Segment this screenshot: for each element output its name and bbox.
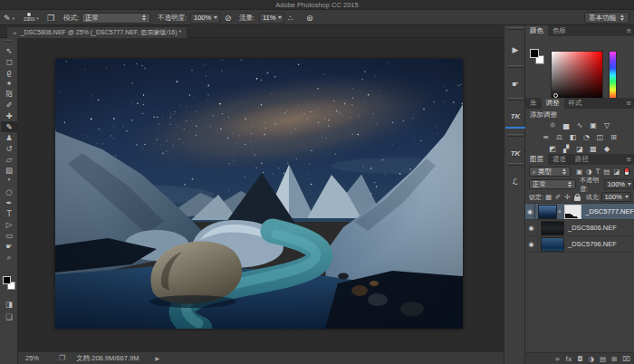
screen-mode-button[interactable]: ❏ — [1, 311, 17, 322]
opacity-input[interactable]: 100% — [190, 13, 220, 24]
adjustment-gradient-map-icon[interactable]: ▩ — [587, 143, 600, 154]
tk-panel-icon[interactable]: TK — [505, 141, 525, 165]
tool-quick-selection[interactable]: ✦ — [1, 78, 17, 89]
layer-name[interactable]: _DSC5796.NEF — [568, 240, 617, 248]
filter-smart-objects-icon[interactable]: ◪ — [613, 168, 620, 176]
tool-rectangular-marquee[interactable]: ◻ — [1, 56, 17, 67]
tool-eyedropper[interactable]: ✐ — [1, 100, 17, 110]
document-tab[interactable]: × _DSC5806.NEF @ 25% (_DSC5777.NEF, 图层蒙版… — [6, 26, 187, 38]
tool-hand[interactable]: ☛ — [1, 241, 17, 252]
layer-name[interactable]: _DSC5777.NEF — [585, 207, 634, 216]
delete-layer-icon[interactable]: ⌧ — [622, 355, 630, 363]
close-tab-icon[interactable]: × — [13, 29, 17, 37]
tool-clone-stamp[interactable]: ♟ — [1, 132, 17, 143]
toolbar-grip[interactable] — [5, 40, 13, 42]
layer-name[interactable]: _DSC5806.NEF — [568, 224, 617, 232]
adjustment-threshold-icon[interactable]: ◪ — [573, 143, 587, 154]
color-foreground-swatch[interactable] — [530, 49, 539, 58]
layer-filter-kind-select[interactable]: ⌕ 类型 — [529, 167, 571, 177]
dock-grip[interactable] — [507, 163, 524, 166]
adjustment-levels-icon[interactable]: ▅ — [560, 120, 573, 130]
tool-history-brush[interactable]: ↺ — [1, 143, 17, 154]
layer-row-dsc5796nef[interactable]: ◉_DSC5796.NEF — [525, 236, 634, 253]
adjustment-black-white-icon[interactable]: ◧ — [566, 131, 580, 142]
toggle-brush-panel-icon[interactable]: ❒ — [47, 14, 54, 23]
adjustment-photo-filter-icon[interactable]: ◔ — [580, 131, 593, 142]
adjustment-brightness-contrast-icon[interactable]: ☼ — [546, 120, 560, 130]
tool-spot-healing-brush[interactable]: ✚ — [1, 110, 17, 121]
filter-group-layers-icon[interactable]: ▤ — [603, 168, 610, 176]
adjustment-color-balance-icon[interactable]: ⚖ — [552, 131, 566, 142]
new-adjustment-layer-icon[interactable]: ◑ — [588, 355, 594, 363]
zoom-level-input[interactable]: 25% — [25, 354, 39, 362]
hue-slider[interactable] — [609, 51, 617, 101]
canvas-area[interactable] — [18, 38, 504, 351]
adjustment-selective-color-icon[interactable]: ◆ — [600, 143, 614, 154]
pressure-opacity-icon[interactable]: ⊘ — [225, 14, 232, 23]
tool-eraser[interactable]: ▱ — [1, 154, 17, 165]
panel-menu-icon[interactable]: ≡ — [626, 156, 631, 163]
pressure-size-icon[interactable]: ⊚ — [306, 14, 313, 23]
tab-adjustments[interactable]: 调整 — [542, 98, 564, 109]
layer-opacity-input[interactable]: 100% — [604, 179, 634, 189]
layer-thumbnail[interactable] — [541, 237, 564, 252]
tool-blur[interactable]: ❜ — [1, 176, 17, 187]
airbrush-icon[interactable]: ∴ — [288, 14, 293, 23]
status-menu-arrow-icon[interactable]: ▶ — [155, 355, 159, 361]
add-layer-mask-icon[interactable]: ◘ — [577, 355, 582, 363]
lock-pixels-icon[interactable]: ✐ — [555, 193, 561, 201]
layer-row-dsc5777nef[interactable]: ◉∞_DSC5777.NEF — [525, 204, 634, 220]
tool-rectangle-shape[interactable]: ▭ — [1, 230, 17, 241]
tool-move[interactable]: ⇖ — [1, 45, 17, 56]
dock-grip[interactable] — [507, 98, 524, 101]
quick-mask-button[interactable]: ◨ — [1, 299, 17, 310]
status-export-icon[interactable]: ❐ — [59, 354, 65, 362]
tool-type[interactable]: T — [1, 208, 17, 219]
adjustment-invert-icon[interactable]: ◩ — [546, 143, 560, 154]
layer-visibility-toggle[interactable]: ◉ — [525, 236, 538, 253]
tab-libraries[interactable]: 库 — [525, 98, 542, 109]
lock-all-icon[interactable] — [574, 196, 581, 201]
layer-row-dsc5806nef[interactable]: ◉_DSC5806.NEF — [525, 220, 634, 236]
panel-menu-icon[interactable]: ≡ — [626, 100, 631, 107]
dock-grip[interactable] — [507, 65, 524, 68]
adjustment-channel-mixer-icon[interactable]: ◫ — [593, 131, 607, 142]
layer-mask-thumbnail[interactable] — [564, 205, 581, 219]
tool-gradient[interactable]: ▧ — [1, 165, 17, 176]
color-picker-field[interactable] — [551, 51, 603, 101]
brush-tool-icon[interactable]: ✎ — [4, 14, 11, 23]
lock-position-icon[interactable]: ✢ — [564, 193, 570, 201]
tab-layers[interactable]: 图层 — [525, 154, 548, 165]
tool-crop[interactable]: ₪ — [1, 89, 17, 100]
tool-lasso[interactable]: ϱ — [1, 67, 17, 78]
tab-channels[interactable]: 通道 — [548, 154, 571, 165]
actions-panel-icon[interactable]: ▶ — [505, 38, 525, 62]
tab-styles[interactable]: 样式 — [564, 98, 587, 109]
link-layers-icon[interactable]: ∞ — [554, 355, 560, 363]
adjustment-posterize-icon[interactable]: ▞ — [560, 143, 573, 154]
dock-grip[interactable] — [507, 27, 524, 30]
new-group-icon[interactable]: ▤ — [600, 355, 606, 363]
layer-visibility-toggle[interactable]: ◉ — [525, 204, 535, 220]
layer-style-icon[interactable]: fx — [565, 355, 572, 363]
photo-dsc5806[interactable] — [55, 59, 463, 329]
new-layer-icon[interactable]: ⊞ — [611, 355, 617, 363]
layer-filter-toggle[interactable] — [624, 168, 629, 176]
layer-thumbnail[interactable] — [538, 205, 557, 219]
tab-swatches[interactable]: 色板 — [548, 25, 571, 36]
rotate-tool-panel-icon[interactable]: ☛ — [505, 72, 525, 96]
tool-path-selection[interactable]: ▷ — [1, 219, 17, 230]
tool-preset-arrow-icon[interactable]: ▾ — [13, 15, 15, 21]
blend-mode-select[interactable]: 正常 — [82, 13, 150, 24]
tool-zoom[interactable]: ⌕ — [1, 252, 17, 263]
dock-grip[interactable] — [507, 134, 524, 137]
tool-pen[interactable]: ✒ — [1, 197, 17, 208]
adjustment-hue-saturation-icon[interactable]: ≡ — [539, 131, 552, 142]
tk-basic-panel-icon[interactable]: ℒ — [505, 170, 525, 194]
adjustment-vibrance-icon[interactable]: ▽ — [600, 120, 614, 130]
adjustment-curves-icon[interactable]: ∿ — [573, 120, 587, 130]
brush-preset-picker[interactable]: 2300 ▾ — [24, 10, 39, 25]
tab-color[interactable]: 颜色 — [525, 25, 548, 36]
workspace-button[interactable]: 基本功能 — [584, 12, 629, 24]
tool-brush[interactable]: ✎ — [1, 121, 17, 132]
